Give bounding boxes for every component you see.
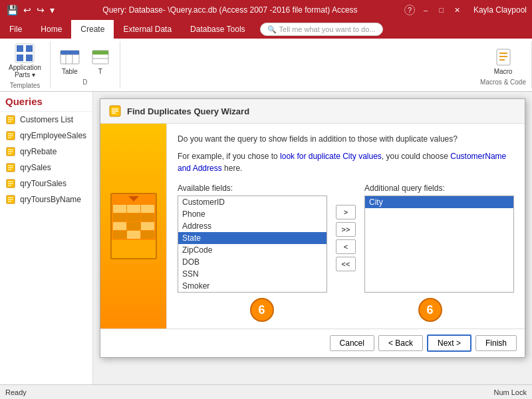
minimize-btn[interactable]: – xyxy=(420,5,431,15)
tab-create[interactable]: Create xyxy=(71,20,114,39)
move-all-left-btn[interactable]: << xyxy=(336,257,356,271)
help-btn[interactable]: ? xyxy=(404,5,415,15)
tell-me-text: Tell me what you want to do... xyxy=(279,25,376,33)
main-area: Queries Customers List qryEmployeeSales … xyxy=(0,92,532,384)
sidebar-item-rebate[interactable]: qryRebate xyxy=(0,144,92,160)
additional-field-city[interactable]: City xyxy=(365,196,513,208)
additional-label: Additional query fields: xyxy=(364,184,514,193)
tab-external-data[interactable]: External Data xyxy=(114,20,181,39)
finish-button[interactable]: Finish xyxy=(475,335,517,351)
sidebar-label-2: qryEmployeeSales xyxy=(20,131,86,140)
table-design-label: T xyxy=(98,68,102,75)
content-area: Find Duplicates Query Wizard xyxy=(93,92,532,384)
cancel-button[interactable]: Cancel xyxy=(330,335,374,351)
field-state[interactable]: State xyxy=(178,232,327,244)
tables-group-label: D xyxy=(82,78,87,86)
move-all-right-btn[interactable]: >> xyxy=(336,222,356,237)
title-bar-left: 💾 ↩ ↪ ▾ xyxy=(5,3,56,17)
field-smoker[interactable]: Smoker xyxy=(178,280,327,292)
save-quick-btn[interactable]: 💾 xyxy=(5,3,19,17)
macro-icon xyxy=(493,47,514,68)
sidebar-item-customers-list[interactable]: Customers List xyxy=(0,112,92,128)
statusbar-right: Num Lock xyxy=(493,388,527,396)
ribbon-tabs: File Home Create External Data Database … xyxy=(0,20,532,39)
move-left-btn[interactable]: < xyxy=(336,239,356,254)
query-icon-3 xyxy=(5,146,16,157)
undo-btn[interactable]: ↩ xyxy=(22,3,33,17)
dialog-body: Do you want the query to show fields in … xyxy=(100,124,525,329)
window-title: Query: Database- \Query.acc.db (Access 2… xyxy=(102,5,357,15)
table-design-icon xyxy=(90,47,111,68)
redo-btn[interactable]: ↪ xyxy=(35,3,46,17)
templates-group-label: Templates xyxy=(10,82,41,89)
step-indicators: 6 6 xyxy=(178,293,514,325)
statusbar: Ready Num Lock xyxy=(0,384,532,399)
dialog-content: Do you want the query to show fields in … xyxy=(167,124,525,329)
app-parts-icon xyxy=(14,43,35,64)
field-zipcode[interactable]: ZipCode xyxy=(178,244,327,256)
sidebar-item-employee-sales[interactable]: qryEmployeeSales xyxy=(0,128,92,144)
table-label: Table xyxy=(62,68,78,75)
dialog-header: Find Duplicates Query Wizard xyxy=(100,99,525,124)
svg-rect-4 xyxy=(26,55,33,61)
dialog-desc-1: Do you want the query to show fields in … xyxy=(178,133,514,145)
sidebar-label-5: qryTourSales xyxy=(20,179,66,188)
ribbon-content: ApplicationParts ▾ Templates Table xyxy=(0,39,532,92)
step-badge-2: 6 xyxy=(418,298,442,322)
tell-me-box[interactable]: 🔍 Tell me what you want to do... xyxy=(260,23,383,36)
macro-btn[interactable]: Macro xyxy=(489,45,517,77)
next-button[interactable]: Next > xyxy=(427,334,471,352)
svg-rect-2 xyxy=(26,45,33,52)
svg-rect-3 xyxy=(17,55,23,61)
statusbar-left: Ready xyxy=(5,388,27,396)
dialog-footer: Cancel < Back Next > Finish xyxy=(100,329,525,357)
back-button[interactable]: < Back xyxy=(378,335,423,351)
wizard-illustration xyxy=(110,193,157,259)
sidebar-item-tour-sales[interactable]: qryTourSales xyxy=(0,176,92,192)
sidebar-label-4: qrySales xyxy=(20,163,51,172)
ribbon-group-tables: Table T D xyxy=(51,41,120,88)
table-btn[interactable]: Table xyxy=(56,45,84,77)
maximize-btn[interactable]: □ xyxy=(436,5,447,15)
tab-home[interactable]: Home xyxy=(31,20,71,39)
title-bar-right: ? – □ ✕ Kayla Claypool xyxy=(404,5,527,15)
macro-label: Macro xyxy=(494,68,513,75)
available-fields-list[interactable]: CustomerID Phone Address State ZipCode D… xyxy=(178,196,327,293)
additional-fields-col: Additional query fields: City xyxy=(364,184,514,293)
field-address[interactable]: Address xyxy=(178,220,327,232)
field-customerid[interactable]: CustomerID xyxy=(178,196,327,208)
table-design-btn[interactable]: T xyxy=(86,45,114,77)
application-parts-btn[interactable]: ApplicationParts ▾ xyxy=(5,41,45,80)
tab-database-tools[interactable]: Database Tools xyxy=(181,20,255,39)
query-icon-6 xyxy=(5,194,16,205)
available-label: Available fields: xyxy=(178,184,327,193)
svg-rect-11 xyxy=(92,51,108,55)
dialog-desc-2: For example, if you chose to look for du… xyxy=(178,150,514,174)
user-name: Kayla Claypool xyxy=(473,5,527,15)
sidebar-item-tours-by-name[interactable]: qryToursByName xyxy=(0,192,92,207)
app-parts-label: ApplicationParts ▾ xyxy=(9,64,41,78)
sidebar-label-3: qryRebate xyxy=(20,147,57,156)
sidebar-label-6: qryToursByName xyxy=(20,195,81,204)
svg-rect-1 xyxy=(17,45,23,52)
dialog-title: Find Duplicates Query Wizard xyxy=(127,106,249,116)
sidebar-header: Queries xyxy=(0,92,92,112)
close-btn[interactable]: ✕ xyxy=(452,5,463,15)
available-fields-col: Available fields: CustomerID Phone Addre… xyxy=(178,184,327,293)
query-icon-4 xyxy=(5,162,16,173)
fields-area: Available fields: CustomerID Phone Addre… xyxy=(178,184,514,293)
field-dob[interactable]: DOB xyxy=(178,256,327,268)
sidebar: Queries Customers List qryEmployeeSales … xyxy=(0,92,93,384)
field-phone[interactable]: Phone xyxy=(178,208,327,220)
query-icon xyxy=(5,114,16,125)
tab-file[interactable]: File xyxy=(0,20,31,39)
step-badge-1: 6 xyxy=(250,298,274,322)
ribbon-group-macros: Macro Macros & Code xyxy=(475,41,532,88)
dropdown-btn[interactable]: ▾ xyxy=(49,3,56,17)
additional-fields-list[interactable]: City xyxy=(364,196,514,293)
move-right-btn[interactable]: > xyxy=(336,205,356,219)
svg-rect-9 xyxy=(61,51,79,55)
query-icon-5 xyxy=(5,178,16,189)
field-ssn[interactable]: SSN xyxy=(178,268,327,280)
sidebar-item-sales[interactable]: qrySales xyxy=(0,160,92,176)
